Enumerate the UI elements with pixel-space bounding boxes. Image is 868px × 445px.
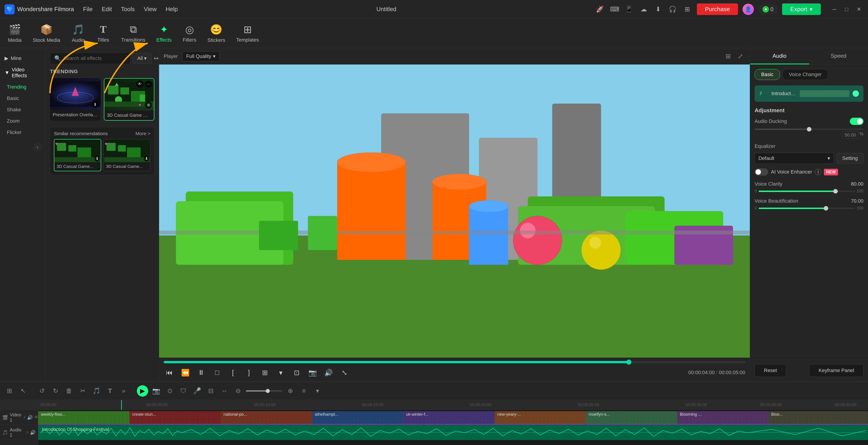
tab-speed[interactable]: Speed bbox=[809, 48, 868, 64]
voice-beauty-slider[interactable] bbox=[759, 208, 855, 209]
tl-pointer-btn[interactable]: ↖ bbox=[17, 385, 29, 396]
rocket-icon[interactable]: 🚀 bbox=[595, 4, 605, 14]
clip-4[interactable]: athelhampt... bbox=[312, 411, 403, 424]
clip-7[interactable]: moelfyn-s... bbox=[586, 411, 677, 424]
tl-delete-btn[interactable]: 🗑 bbox=[63, 385, 75, 396]
toolbar-templates[interactable]: ⊞ Templates bbox=[231, 21, 264, 45]
audio-waveform[interactable]: Introduction Of Shopping Festival bbox=[38, 425, 868, 440]
volume-btn[interactable]: 🔊 bbox=[323, 367, 334, 378]
resize-btn[interactable]: ⤡ bbox=[339, 367, 350, 378]
purchase-button[interactable]: Purchase bbox=[697, 3, 738, 15]
tl-list-view-btn[interactable]: ≡ bbox=[298, 385, 310, 396]
notification-btn[interactable]: ● 0 bbox=[758, 4, 777, 14]
more-icon-2[interactable]: ⋯ bbox=[145, 81, 152, 88]
similar-download-1[interactable]: ⬇ bbox=[95, 155, 100, 161]
toolbar-filters[interactable]: ◎ Filters bbox=[177, 21, 202, 45]
search-input[interactable] bbox=[63, 56, 126, 61]
video1-speaker-icon[interactable]: 🔊 bbox=[27, 415, 33, 420]
skip-bracket-left[interactable]: [ bbox=[227, 367, 239, 378]
clip-6[interactable]: new-yeary-... bbox=[495, 411, 586, 424]
ai-info-icon[interactable]: ℹ bbox=[815, 169, 821, 175]
similar-download-2[interactable]: ⬇ bbox=[144, 155, 149, 161]
vb-thumb[interactable] bbox=[824, 206, 828, 211]
quality-select[interactable]: Full Quality ▾ bbox=[182, 51, 219, 61]
zoom-slider[interactable] bbox=[246, 390, 282, 392]
tl-list-chevron[interactable]: ▾ bbox=[312, 385, 323, 396]
tl-layers-btn[interactable]: ⊟ bbox=[205, 385, 216, 396]
audio-ducking-toggle[interactable] bbox=[850, 118, 864, 125]
progress-thumb[interactable] bbox=[626, 359, 631, 364]
toolbar-effects[interactable]: ✦ Effects bbox=[151, 21, 177, 45]
skip-back-btn[interactable]: ⏮ bbox=[164, 367, 175, 378]
tl-cut-btn[interactable]: ✂ bbox=[77, 385, 88, 396]
keyboard-icon[interactable]: ⌨ bbox=[610, 4, 620, 14]
grid-icon[interactable]: ⊞ bbox=[682, 4, 692, 14]
tl-plus-zoom[interactable]: ⊕ bbox=[285, 385, 296, 396]
clip-9[interactable]: Bloo... bbox=[769, 411, 868, 424]
tl-mic-btn[interactable]: 🎤 bbox=[191, 385, 203, 396]
snapshot-btn[interactable]: 📷 bbox=[307, 367, 318, 378]
toolbar-transitions[interactable]: ⧉ Transitions bbox=[116, 21, 151, 45]
tl-redo-btn[interactable]: ↻ bbox=[50, 385, 61, 396]
clip-5[interactable]: uk-winter-f... bbox=[403, 411, 495, 424]
audio1-add-icon[interactable]: + bbox=[26, 430, 29, 435]
layout-chevron[interactable]: ▾ bbox=[275, 367, 286, 378]
tl-camera-btn[interactable]: 📷 bbox=[151, 385, 162, 396]
clip-8[interactable]: Blooming ... bbox=[677, 411, 769, 424]
tl-grid-btn[interactable]: ⊞ bbox=[4, 385, 15, 396]
split-view-btn[interactable]: ⊞ bbox=[723, 51, 733, 61]
more-options-button[interactable]: ••• bbox=[154, 55, 159, 62]
keyframe-panel-button[interactable]: Keyframe Panel bbox=[809, 364, 864, 377]
clip-3[interactable]: national-po... bbox=[221, 411, 312, 424]
frame-back-btn[interactable]: ⏪ bbox=[180, 367, 191, 378]
playhead[interactable] bbox=[121, 400, 122, 410]
toolbar-stickers[interactable]: 😊 Stickers bbox=[202, 21, 231, 45]
frame-forward-btn[interactable]: □ bbox=[211, 367, 223, 378]
tl-undo-btn[interactable]: ↺ bbox=[36, 385, 48, 396]
menu-view[interactable]: View bbox=[144, 6, 157, 13]
ai-toggle[interactable] bbox=[754, 168, 768, 176]
menu-edit[interactable]: Edit bbox=[102, 6, 112, 13]
tl-minus-zoom[interactable]: ⊖ bbox=[232, 385, 244, 396]
picture-in-picture-btn[interactable]: ⊡ bbox=[291, 367, 302, 378]
video1-add-icon[interactable]: + bbox=[23, 415, 26, 420]
menu-tools[interactable]: Tools bbox=[121, 6, 135, 13]
clip-2[interactable]: create-stun... bbox=[129, 411, 221, 424]
eq-setting-btn[interactable]: Setting bbox=[837, 153, 864, 164]
toolbar-audio[interactable]: 🎵 Audio bbox=[66, 21, 91, 45]
eq-select[interactable]: Default ▾ bbox=[754, 153, 834, 164]
toolbar-stock-media[interactable]: 📦 Stock Media bbox=[27, 21, 66, 45]
sidebar-video-effects-header[interactable]: ▼ Video Effects bbox=[0, 64, 45, 81]
menu-help[interactable]: Help bbox=[166, 6, 178, 13]
sidebar-trending[interactable]: Trending bbox=[0, 81, 45, 93]
export-button[interactable]: Export ▾ bbox=[782, 3, 821, 15]
tl-arrow-btn[interactable]: ↔ bbox=[219, 385, 230, 396]
close-button[interactable]: ✕ bbox=[855, 5, 864, 14]
menu-file[interactable]: File bbox=[83, 6, 93, 13]
tl-music-btn[interactable]: 🎵 bbox=[91, 385, 102, 396]
download-icon-1[interactable]: ⬇ bbox=[92, 101, 99, 108]
sidebar-collapse-btn[interactable]: ‹ bbox=[33, 142, 42, 152]
reset-button[interactable]: Reset bbox=[754, 364, 786, 377]
audio1-speaker-icon[interactable]: 🔊 bbox=[30, 430, 36, 435]
effect-card-3d-game[interactable]: 👁 ⋯ ♥ ⊕ 3D Casual Game Overl... bbox=[104, 78, 155, 121]
sub-tab-basic[interactable]: Basic bbox=[754, 69, 780, 80]
avatar[interactable]: 👤 bbox=[743, 4, 754, 15]
minimize-button[interactable]: ─ bbox=[830, 5, 839, 14]
sidebar-basic[interactable]: Basic bbox=[0, 93, 45, 104]
more-link[interactable]: More > bbox=[135, 131, 151, 136]
toolbar-media[interactable]: 🎬 Media bbox=[2, 21, 27, 45]
similar-card-1[interactable]: ♥ ⬇ 3D Casual Game... bbox=[54, 139, 101, 171]
tl-shield-btn[interactable]: 🛡 bbox=[178, 385, 189, 396]
ducking-thumb[interactable] bbox=[807, 127, 811, 131]
cloud-icon[interactable]: ☁ bbox=[639, 4, 649, 14]
similar-card-2[interactable]: ♥ ⬇ 3D Casual Game... bbox=[103, 139, 151, 171]
vc-thumb[interactable] bbox=[833, 189, 838, 194]
effect-card-presentation[interactable]: ⬇ Presentation Overlay P... bbox=[50, 78, 101, 121]
tl-play-btn[interactable]: ▶ bbox=[137, 385, 148, 396]
voice-clarity-slider[interactable] bbox=[759, 191, 855, 192]
tl-record-btn[interactable]: ⊙ bbox=[164, 385, 176, 396]
eye-icon-2[interactable]: 👁 bbox=[136, 81, 144, 88]
sidebar-mine-header[interactable]: ▶ Mine bbox=[0, 53, 45, 64]
tab-audio[interactable]: Audio bbox=[750, 48, 809, 64]
